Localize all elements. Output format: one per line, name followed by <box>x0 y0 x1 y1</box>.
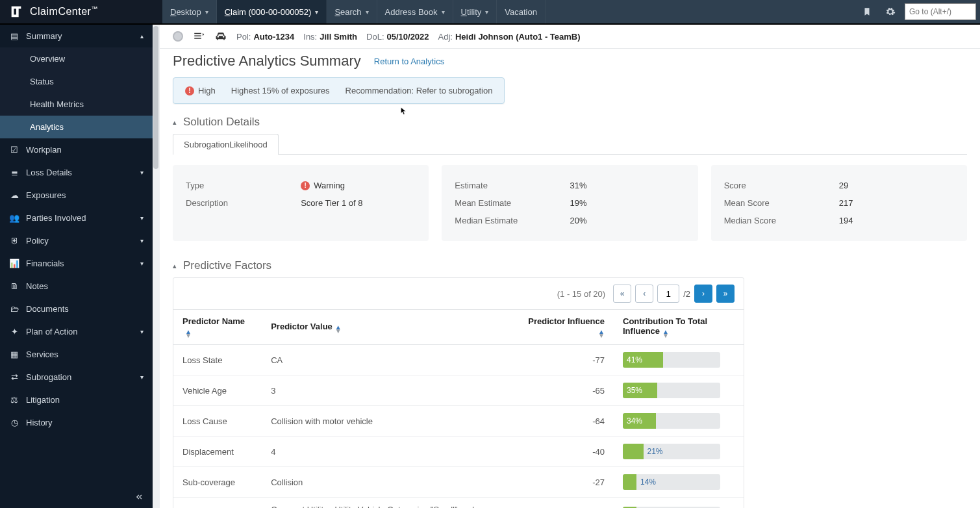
sidebar-item-exposures[interactable]: ☁Exposures <box>0 184 153 207</box>
chevron-up-icon: ▴ <box>140 32 144 40</box>
table-row: Loss CauseCollision with motor vehicle-6… <box>173 406 744 437</box>
plan-icon: ✦ <box>9 327 19 337</box>
score-value: 29 <box>839 181 954 190</box>
sidebar-item-summary[interactable]: ▤Summary▴ <box>0 25 153 47</box>
context-policy: Pol:Auto-1234 <box>236 32 294 42</box>
list-quick-icon[interactable] <box>192 30 205 43</box>
sidebar-item-notes[interactable]: 🗎Notes <box>0 275 153 298</box>
cell-contribution: 14% <box>614 498 744 509</box>
cell-name: Loss State <box>173 345 262 375</box>
pager-last-button[interactable]: » <box>716 285 735 303</box>
cell-contribution: 21% <box>614 437 744 467</box>
top-menu-vacation[interactable]: Vacation <box>497 0 546 23</box>
bookmark-icon[interactable] <box>858 3 876 21</box>
brand-logo-icon <box>9 5 23 19</box>
top-right <box>858 0 980 23</box>
sidebar-item-policy[interactable]: ⛨Policy▾ <box>0 229 153 252</box>
sidebar-item-label: Documents <box>26 304 144 314</box>
status-circle-icon[interactable] <box>173 31 183 42</box>
sidebar-item-documents[interactable]: 🗁Documents <box>0 298 153 320</box>
sidebar-item-history[interactable]: ◷History <box>0 411 153 434</box>
cell-value: Collision with motor vehicle <box>262 406 513 437</box>
col-contribution[interactable]: Contribution To Total Influence▲▼ <box>614 310 744 345</box>
context-dol: DoL:05/10/2022 <box>366 32 429 42</box>
col-predictor-value[interactable]: Predictor Value▲▼ <box>262 310 513 345</box>
top-menu-search[interactable]: Search▾ <box>327 0 377 23</box>
sidebar-subitem-overview[interactable]: Overview <box>0 47 153 70</box>
sidebar-subitem-status[interactable]: Status <box>0 70 153 93</box>
sidebar-item-services[interactable]: ▦Services <box>0 343 153 366</box>
chevron-down-icon: ▾ <box>140 237 144 244</box>
top-menu-claim-000-00-000052-[interactable]: Claim (000-00-000052)▾ <box>217 0 327 23</box>
callout-severity: ! High <box>185 86 216 95</box>
chevron-down-icon: ▾ <box>366 8 369 16</box>
estimate-value: 31% <box>570 181 685 190</box>
sidebar: ▤Summary▴OverviewStatusHealth MetricsAna… <box>0 25 153 508</box>
return-to-analytics-link[interactable]: Return to Analytics <box>374 57 444 66</box>
sidebar-item-plan-of-action[interactable]: ✦Plan of Action▾ <box>0 320 153 343</box>
folder-icon: 🗁 <box>9 304 19 314</box>
sidebar-item-litigation[interactable]: ⚖Litigation <box>0 388 153 411</box>
median-estimate-value: 20% <box>570 216 685 225</box>
pager-next-button[interactable]: › <box>694 285 712 303</box>
list-icon: ≣ <box>9 168 19 177</box>
page-title: Predictive Analytics Summary <box>173 53 361 70</box>
section-predictive-factors-header[interactable]: ▴ Predictive Factors <box>160 254 980 277</box>
gear-icon[interactable] <box>881 3 899 21</box>
sidebar-item-workplan[interactable]: ☑Workplan <box>0 138 153 161</box>
cell-influence: -27 <box>513 498 614 509</box>
type-value: ! Warning <box>301 181 416 190</box>
alert-icon: ! <box>301 181 310 190</box>
tab-subrogation-likelihood[interactable]: SubrogationLikelihood <box>173 134 279 155</box>
sidebar-subitem-health-metrics[interactable]: Health Metrics <box>0 93 153 116</box>
pager-first-button[interactable]: « <box>613 285 631 303</box>
pager-prev-button[interactable]: ‹ <box>635 285 653 303</box>
sidebar-collapse-button[interactable] <box>0 486 153 508</box>
card-type: Type ! Warning DescriptionScore Tier 1 o… <box>173 165 429 241</box>
sidebar-item-label: Workplan <box>26 145 144 155</box>
cell-influence: -64 <box>513 406 614 437</box>
chevron-up-icon: ▴ <box>173 118 177 127</box>
top-menu-desktop[interactable]: Desktop▾ <box>162 0 217 23</box>
table-row: NCSA Body TypeCompact Utility _Utility V… <box>173 498 744 509</box>
sidebar-item-financials[interactable]: 📊Financials▾ <box>0 252 153 275</box>
main: ▤Summary▴OverviewStatusHealth MetricsAna… <box>0 25 980 508</box>
context-bar: Pol:Auto-1234 Ins:Jill Smith DoL:05/10/2… <box>160 25 980 49</box>
chevron-down-icon: ▾ <box>140 214 144 222</box>
checklist-icon: ☑ <box>9 145 19 155</box>
description-value: Score Tier 1 of 8 <box>301 198 416 208</box>
services-icon: ▦ <box>9 349 19 359</box>
factors-table: Predictor Name▲▼ Predictor Value▲▼ Predi… <box>173 309 744 508</box>
sidebar-item-parties-involved[interactable]: 👥Parties Involved▾ <box>0 207 153 229</box>
cell-value: CA <box>262 345 513 375</box>
pager-page-input[interactable] <box>657 285 679 303</box>
col-predictor-influence[interactable]: Predictor Influence▲▼ <box>513 310 614 345</box>
col-predictor-name[interactable]: Predictor Name▲▼ <box>173 310 262 345</box>
sort-icon: ▲▼ <box>185 330 192 338</box>
chevron-down-icon: ▾ <box>485 8 488 16</box>
car-icon[interactable] <box>214 30 227 43</box>
contribution-bar: 14% <box>623 474 720 490</box>
sidebar-item-loss-details[interactable]: ≣Loss Details▾ <box>0 161 153 184</box>
scroll-thumb[interactable] <box>153 26 158 169</box>
section-solution-details-header[interactable]: ▴ Solution Details <box>160 110 980 134</box>
table-row: Vehicle Age3-6535% <box>173 375 744 406</box>
sort-icon: ▲▼ <box>598 330 605 338</box>
top-menu-utility[interactable]: Utility▾ <box>453 0 497 23</box>
median-score-value: 194 <box>839 216 954 225</box>
cell-influence: -65 <box>513 375 614 406</box>
cell-contribution: 14% <box>614 467 744 498</box>
content: Pol:Auto-1234 Ins:Jill Smith DoL:05/10/2… <box>160 25 980 508</box>
note-icon: 🗎 <box>9 281 19 291</box>
brand-name: ClaimCenter™ <box>30 5 98 18</box>
contribution-bar: 41% <box>623 352 720 368</box>
cell-name: Vehicle Age <box>173 375 262 406</box>
sidebar-item-subrogation[interactable]: ⇄Subrogation▾ <box>0 366 153 388</box>
sidebar-item-label: Litigation <box>26 395 144 405</box>
sidebar-subitem-analytics[interactable]: Analytics <box>0 116 153 138</box>
goto-search-input[interactable] <box>905 3 976 20</box>
pager-info: (1 - 15 of 20) <box>557 289 605 299</box>
context-insured: Ins:Jill Smith <box>303 32 357 42</box>
top-menu-address-book[interactable]: Address Book▾ <box>377 0 453 23</box>
contribution-bar: 35% <box>623 383 720 398</box>
